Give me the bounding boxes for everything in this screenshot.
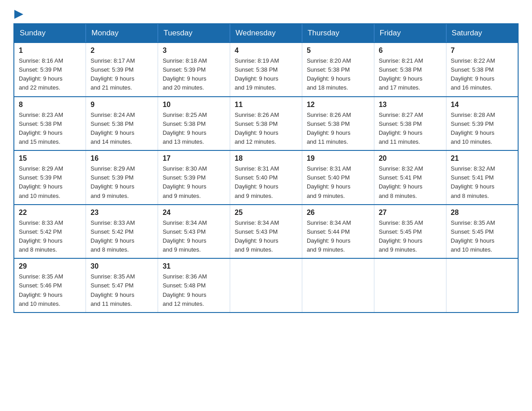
day-number: 11 — [235, 101, 297, 109]
day-number: 6 — [379, 47, 442, 55]
calendar-cell: 18 Sunrise: 8:31 AM Sunset: 5:40 PM Dayl… — [230, 150, 302, 205]
calendar-cell — [446, 258, 518, 313]
day-info: Sunrise: 8:23 AM Sunset: 5:38 PM Dayligh… — [19, 111, 81, 147]
day-info: Sunrise: 8:32 AM Sunset: 5:41 PM Dayligh… — [451, 164, 513, 201]
svg-marker-0 — [14, 10, 23, 19]
day-info: Sunrise: 8:34 AM Sunset: 5:44 PM Dayligh… — [307, 218, 369, 255]
calendar-cell: 14 Sunrise: 8:28 AM Sunset: 5:39 PM Dayl… — [446, 97, 518, 151]
day-info: Sunrise: 8:26 AM Sunset: 5:38 PM Dayligh… — [235, 111, 297, 147]
week-row-3: 15 Sunrise: 8:29 AM Sunset: 5:39 PM Dayl… — [14, 150, 518, 205]
day-info: Sunrise: 8:34 AM Sunset: 5:43 PM Dayligh… — [235, 218, 297, 255]
calendar-cell: 29 Sunrise: 8:35 AM Sunset: 5:46 PM Dayl… — [14, 258, 86, 313]
calendar-header: SundayMondayTuesdayWednesdayThursdayFrid… — [14, 24, 518, 43]
day-number: 5 — [307, 47, 369, 55]
calendar-cell: 1 Sunrise: 8:16 AM Sunset: 5:39 PM Dayli… — [14, 43, 86, 97]
calendar-cell: 25 Sunrise: 8:34 AM Sunset: 5:43 PM Dayl… — [230, 205, 302, 259]
day-info: Sunrise: 8:34 AM Sunset: 5:43 PM Dayligh… — [163, 218, 225, 255]
day-info: Sunrise: 8:35 AM Sunset: 5:45 PM Dayligh… — [379, 218, 442, 255]
day-info: Sunrise: 8:17 AM Sunset: 5:39 PM Dayligh… — [90, 56, 153, 93]
day-number: 15 — [19, 154, 81, 163]
day-number: 18 — [235, 154, 297, 163]
calendar-cell: 3 Sunrise: 8:18 AM Sunset: 5:39 PM Dayli… — [158, 43, 230, 97]
day-number: 17 — [163, 154, 225, 163]
day-info: Sunrise: 8:35 AM Sunset: 5:47 PM Dayligh… — [90, 272, 153, 308]
week-row-2: 8 Sunrise: 8:23 AM Sunset: 5:38 PM Dayli… — [14, 97, 518, 151]
day-number: 4 — [235, 47, 297, 55]
header-day-friday: Friday — [374, 24, 446, 43]
day-number: 27 — [379, 209, 442, 217]
day-info: Sunrise: 8:33 AM Sunset: 5:42 PM Dayligh… — [19, 218, 81, 255]
day-number: 20 — [379, 154, 442, 163]
calendar-cell: 26 Sunrise: 8:34 AM Sunset: 5:44 PM Dayl… — [302, 205, 374, 259]
day-number: 30 — [90, 262, 153, 270]
day-number: 3 — [163, 47, 225, 55]
calendar-cell: 31 Sunrise: 8:36 AM Sunset: 5:48 PM Dayl… — [158, 258, 230, 313]
header-day-wednesday: Wednesday — [230, 24, 302, 43]
page-header — [13, 9, 519, 19]
calendar-cell: 7 Sunrise: 8:22 AM Sunset: 5:38 PM Dayli… — [446, 43, 518, 97]
day-info: Sunrise: 8:18 AM Sunset: 5:39 PM Dayligh… — [163, 56, 225, 93]
calendar-cell: 2 Sunrise: 8:17 AM Sunset: 5:39 PM Dayli… — [86, 43, 158, 97]
calendar-cell: 4 Sunrise: 8:19 AM Sunset: 5:38 PM Dayli… — [230, 43, 302, 97]
calendar-cell: 9 Sunrise: 8:24 AM Sunset: 5:38 PM Dayli… — [86, 97, 158, 151]
calendar-cell: 20 Sunrise: 8:32 AM Sunset: 5:41 PM Dayl… — [374, 150, 446, 205]
day-number: 7 — [451, 47, 513, 55]
day-info: Sunrise: 8:22 AM Sunset: 5:38 PM Dayligh… — [451, 56, 513, 93]
day-number: 14 — [451, 101, 513, 109]
header-day-tuesday: Tuesday — [158, 24, 230, 43]
calendar-cell: 10 Sunrise: 8:25 AM Sunset: 5:38 PM Dayl… — [158, 97, 230, 151]
calendar-table: SundayMondayTuesdayWednesdayThursdayFrid… — [13, 23, 519, 313]
logo-arrow-icon — [14, 10, 23, 19]
day-number: 10 — [163, 101, 225, 109]
calendar-cell: 28 Sunrise: 8:35 AM Sunset: 5:45 PM Dayl… — [446, 205, 518, 259]
calendar-cell: 12 Sunrise: 8:26 AM Sunset: 5:38 PM Dayl… — [302, 97, 374, 151]
week-row-5: 29 Sunrise: 8:35 AM Sunset: 5:46 PM Dayl… — [14, 258, 518, 313]
calendar-cell: 11 Sunrise: 8:26 AM Sunset: 5:38 PM Dayl… — [230, 97, 302, 151]
header-day-saturday: Saturday — [446, 24, 518, 43]
day-info: Sunrise: 8:25 AM Sunset: 5:38 PM Dayligh… — [163, 111, 225, 147]
day-number: 8 — [19, 101, 81, 109]
day-info: Sunrise: 8:20 AM Sunset: 5:38 PM Dayligh… — [307, 56, 369, 93]
calendar-cell: 22 Sunrise: 8:33 AM Sunset: 5:42 PM Dayl… — [14, 205, 86, 259]
calendar-cell: 30 Sunrise: 8:35 AM Sunset: 5:47 PM Dayl… — [86, 258, 158, 313]
day-info: Sunrise: 8:36 AM Sunset: 5:48 PM Dayligh… — [163, 272, 225, 308]
logo — [13, 9, 23, 19]
calendar-cell: 17 Sunrise: 8:30 AM Sunset: 5:39 PM Dayl… — [158, 150, 230, 205]
day-info: Sunrise: 8:16 AM Sunset: 5:39 PM Dayligh… — [19, 56, 81, 93]
header-day-thursday: Thursday — [302, 24, 374, 43]
calendar-cell: 19 Sunrise: 8:31 AM Sunset: 5:40 PM Dayl… — [302, 150, 374, 205]
day-info: Sunrise: 8:19 AM Sunset: 5:38 PM Dayligh… — [235, 56, 297, 93]
day-info: Sunrise: 8:32 AM Sunset: 5:41 PM Dayligh… — [379, 164, 442, 201]
calendar-cell: 5 Sunrise: 8:20 AM Sunset: 5:38 PM Dayli… — [302, 43, 374, 97]
header-row: SundayMondayTuesdayWednesdayThursdayFrid… — [14, 24, 518, 43]
calendar-cell — [374, 258, 446, 313]
day-number: 19 — [307, 154, 369, 163]
day-info: Sunrise: 8:24 AM Sunset: 5:38 PM Dayligh… — [90, 111, 153, 147]
day-info: Sunrise: 8:31 AM Sunset: 5:40 PM Dayligh… — [307, 164, 369, 201]
calendar-cell: 15 Sunrise: 8:29 AM Sunset: 5:39 PM Dayl… — [14, 150, 86, 205]
calendar-cell — [230, 258, 302, 313]
day-number: 12 — [307, 101, 369, 109]
calendar-cell: 24 Sunrise: 8:34 AM Sunset: 5:43 PM Dayl… — [158, 205, 230, 259]
day-number: 23 — [90, 209, 153, 217]
header-day-monday: Monday — [86, 24, 158, 43]
day-info: Sunrise: 8:26 AM Sunset: 5:38 PM Dayligh… — [307, 111, 369, 147]
calendar-cell: 16 Sunrise: 8:29 AM Sunset: 5:39 PM Dayl… — [86, 150, 158, 205]
day-number: 2 — [90, 47, 153, 55]
calendar-cell: 6 Sunrise: 8:21 AM Sunset: 5:38 PM Dayli… — [374, 43, 446, 97]
calendar-cell: 13 Sunrise: 8:27 AM Sunset: 5:38 PM Dayl… — [374, 97, 446, 151]
day-info: Sunrise: 8:21 AM Sunset: 5:38 PM Dayligh… — [379, 56, 442, 93]
day-number: 29 — [19, 262, 81, 270]
week-row-4: 22 Sunrise: 8:33 AM Sunset: 5:42 PM Dayl… — [14, 205, 518, 259]
day-number: 9 — [90, 101, 153, 109]
day-info: Sunrise: 8:30 AM Sunset: 5:39 PM Dayligh… — [163, 164, 225, 201]
day-info: Sunrise: 8:35 AM Sunset: 5:46 PM Dayligh… — [19, 272, 81, 308]
day-number: 21 — [451, 154, 513, 163]
day-number: 26 — [307, 209, 369, 217]
day-info: Sunrise: 8:29 AM Sunset: 5:39 PM Dayligh… — [19, 164, 81, 201]
day-number: 13 — [379, 101, 442, 109]
header-day-sunday: Sunday — [14, 24, 86, 43]
day-number: 1 — [19, 47, 81, 55]
day-number: 16 — [90, 154, 153, 163]
calendar-cell: 8 Sunrise: 8:23 AM Sunset: 5:38 PM Dayli… — [14, 97, 86, 151]
